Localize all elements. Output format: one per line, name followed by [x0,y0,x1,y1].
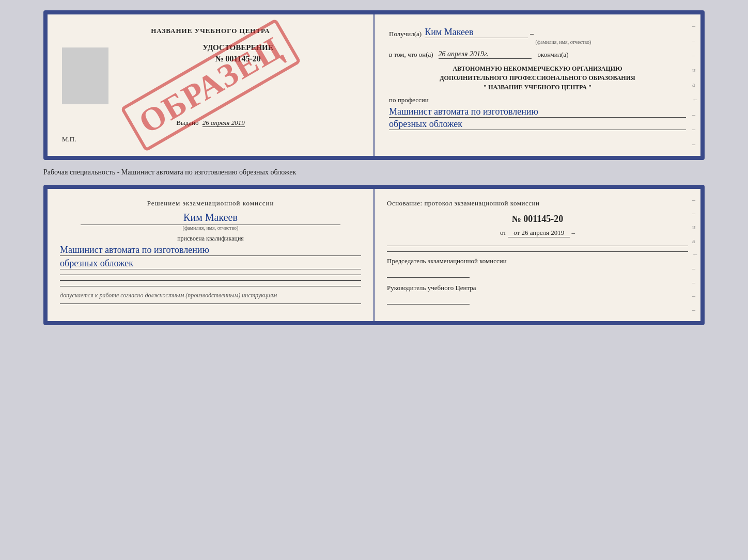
date-value: 26 апреля 2019г. [439,50,532,59]
right-side-dashes-bottom: – – и а ← – – – – [690,189,700,321]
org-line3: " НАЗВАНИЕ УЧЕБНОГО ЦЕНТРА " [389,83,686,92]
issued-date: 26 апреля 2019 [202,119,245,127]
top-document: НАЗВАНИЕ УЧЕБНОГО ЦЕНТРА УДОСТОВЕРЕНИЕ №… [43,10,705,160]
from-prefix: от [500,229,508,236]
head-section: Руководитель учебного Центра [387,284,688,305]
received-label: Получил(а) [389,30,422,38]
head-label: Руководитель учебного Центра [387,284,688,292]
qualification-value-2: обрезных обложек [60,258,361,269]
chair-section: Председатель экзаменационной комиссии [387,246,688,278]
org-title: АВТОНОМНУЮ НЕКОММЕРЧЕСКУЮ ОРГАНИЗАЦИЮ ДО… [389,64,686,92]
received-row: Получил(а) Ким Макеев – [389,27,686,38]
protocol-date: от от 26 апреля 2019 – [387,229,688,237]
chair-signature-line [387,267,470,278]
protocol-date-value: от 26 апреля 2019 [508,229,570,237]
chair-blank-2 [387,251,688,252]
received-name: Ким Макеев [425,27,528,38]
basis-label: Основание: протокол экзаменационной коми… [387,199,688,207]
mp-label: М.П. [62,135,359,143]
bottom-document: Решением экзаменационной комиссии Ким Ма… [43,185,705,325]
top-doc-left: НАЗВАНИЕ УЧЕБНОГО ЦЕНТРА УДОСТОВЕРЕНИЕ №… [48,14,375,156]
person-name: Ким Макеев [60,212,361,223]
protocol-number: № 001145-20 [387,214,688,225]
allowed-text: допускается к работе согласно должностны… [60,292,361,299]
profession-label: по профессии [389,96,686,104]
profession-value-1: Машинист автомата по изготовлению [389,106,686,118]
cert-label: УДОСТОВЕРЕНИЕ [202,43,273,52]
blank-line-4 [60,303,361,304]
profession-section: по профессии Машинист автомата по изгото… [389,96,686,130]
cert-number: № 001145-20 [215,54,261,63]
top-doc-right: Получил(а) Ким Макеев – (фамилия, имя, о… [375,14,700,156]
head-signature-line [387,294,470,305]
org-line2: ДОПОЛНИТЕЛЬНОГО ПРОФЕССИОНАЛЬНОГО ОБРАЗО… [389,73,686,83]
school-name-top: НАЗВАНИЕ УЧЕБНОГО ЦЕНТРА [62,27,359,35]
blank-line-3 [60,286,361,286]
blank-line-2 [60,280,361,281]
qualification-value-1: Машинист автомата по изготовлению [60,245,361,256]
issued-label: Выдано [176,119,198,126]
blank-line-1 [60,275,361,275]
received-section: Получил(а) Ким Макеев – (фамилия, имя, о… [389,27,686,45]
bottom-doc-right: Основание: протокол экзаменационной коми… [375,189,700,321]
chair-label: Председатель экзаменационной комиссии [387,257,688,265]
assigned-label: присвоена квалификация [60,235,361,243]
profession-value-2: обрезных обложек [389,119,686,130]
name-subtext: (фамилия, имя, отчество) [441,39,686,45]
protocol-dash: – [572,229,575,236]
chair-blank-1 [387,246,688,246]
issued-line: Выдано 26 апреля 2019 [62,119,359,127]
between-label: Рабочая специальность - Машинист автомат… [43,168,705,177]
photo-placeholder [62,47,108,104]
bottom-doc-left: Решением экзаменационной комиссии Ким Ма… [48,189,375,321]
person-subtext: (фамилия, имя, отчество) [81,225,340,231]
in-that-label: в том, что он(а) [389,51,433,59]
received-dash: – [530,30,534,38]
finished-label: окончил(а) [538,51,569,59]
decision-title: Решением экзаменационной комиссии [60,199,361,207]
right-side-dashes: – – – и а ← – – – [690,14,700,156]
date-row: в том, что он(а) 26 апреля 2019г. окончи… [389,50,686,59]
org-line1: АВТОНОМНУЮ НЕКОММЕРЧЕСКУЮ ОРГАНИЗАЦИЮ [389,64,686,73]
